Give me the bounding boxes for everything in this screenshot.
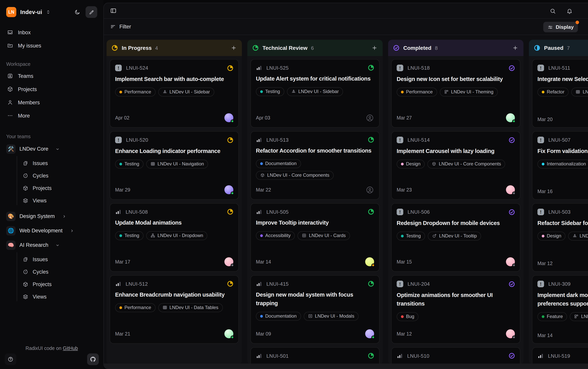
unassigned-avatar-icon	[366, 114, 374, 122]
github-link[interactable]: GitHub	[63, 346, 78, 351]
label-text: Bug	[406, 314, 414, 319]
add-issue-button[interactable]	[512, 45, 518, 51]
issue-card-footer: Mar 22	[256, 181, 374, 194]
project-tooltip-icon	[432, 234, 437, 238]
search-icon[interactable]	[549, 8, 556, 14]
notifications-bell-icon[interactable]	[566, 8, 573, 14]
team-subitem-issues[interactable]: Issues	[6, 253, 97, 266]
label-pill: Performance	[397, 88, 437, 97]
team-subitem-cycles[interactable]: Cycles	[6, 266, 97, 278]
team-subitem-views[interactable]: Views	[6, 290, 97, 303]
column-title: In Progress	[122, 45, 152, 51]
priority-bars-icon	[538, 353, 544, 359]
sidebar-item-members[interactable]: Members	[6, 96, 97, 109]
team-subitem-views[interactable]: Views	[6, 194, 97, 207]
label-dot	[401, 163, 404, 165]
label-dot	[401, 91, 404, 93]
label-dot	[542, 235, 544, 237]
filter-button[interactable]: Filter	[110, 24, 131, 30]
issue-date: Mar 20	[538, 117, 553, 122]
issue-card-footer: Apr 02	[115, 109, 233, 122]
issue-status-icon	[509, 137, 515, 143]
issue-card[interactable]: LNUI-508Update Modal animationsTestingLN…	[110, 203, 239, 272]
project-grid-icon	[302, 233, 307, 238]
issue-card[interactable]: !LNUI-518Design new Icon set for better …	[391, 59, 520, 128]
new-issue-button[interactable]	[86, 6, 97, 18]
team-subitem-issues[interactable]: Issues	[6, 157, 97, 169]
label-dot	[542, 315, 544, 318]
label-dot	[542, 163, 544, 165]
project-text: LNDev UI - Data Tables	[583, 89, 588, 95]
copy-icon	[23, 160, 28, 166]
team-subitem-projects[interactable]: Projects	[6, 278, 97, 290]
sidebar-item-inbox[interactable]: Inbox	[6, 26, 97, 39]
issue-card[interactable]: !LNUI-520Enhance Loading indicator perfo…	[110, 131, 239, 200]
column-count: 7	[567, 45, 570, 51]
issue-card[interactable]: !LNUI-309Implement dark mode preferences…	[532, 275, 588, 344]
display-button[interactable]: Display	[543, 22, 578, 32]
team-web-development[interactable]: 🌐Web Development	[6, 223, 97, 238]
priority-urgent-icon: !	[397, 137, 403, 143]
column-body: !LNUI-511Integrate new Select componentR…	[529, 56, 588, 364]
column-status-icon	[393, 45, 399, 51]
project-text: LNDev UI - Dropdown	[157, 233, 203, 238]
issue-tags: DesignLNDev UI - Core Components	[397, 160, 515, 169]
issue-card[interactable]: !LNUI-507Fix Form validation errorsInter…	[532, 131, 588, 200]
help-button[interactable]	[5, 353, 16, 365]
sidebar-item-label: Projects	[18, 86, 37, 92]
issue-card[interactable]: !LNUI-511Integrate new Select componentR…	[532, 59, 588, 128]
issue-card[interactable]: LNUI-525Update Alert system for critical…	[250, 59, 380, 128]
workspace-switcher-icon[interactable]	[46, 9, 51, 15]
label-pill: Performance	[115, 88, 155, 97]
issue-card[interactable]: LNUI-510Streamline Input component styli…	[391, 347, 520, 364]
issue-card[interactable]: !LNUI-514Implement Carousel with lazy lo…	[391, 131, 520, 200]
project-pill: LNDev UI - Data Tables	[571, 88, 588, 97]
column-body: !LNUI-518Design new Icon set for better …	[388, 56, 523, 364]
issue-card[interactable]: LNUI-519Fix Notification system reliabil…	[532, 347, 588, 364]
team-lndev-core[interactable]: 🛠️LNDev Core	[6, 142, 97, 156]
sidebar-item-teams[interactable]: Teams	[6, 69, 97, 82]
issue-card[interactable]: !LNUI-204Optimize animations for smoothe…	[391, 275, 520, 344]
issue-card[interactable]: !LNUI-506Redesign Dropdown for mobile de…	[391, 203, 520, 272]
team-children: IssuesCyclesProjectsViews	[6, 252, 97, 305]
priority-urgent-icon: !	[538, 137, 544, 143]
sidebar-item-label: Inbox	[18, 29, 31, 35]
issue-card[interactable]: !LNUI-524Implement Search bar with auto-…	[110, 59, 239, 128]
label-dot	[260, 315, 263, 318]
sidebar-item-my-issues[interactable]: My issues	[6, 39, 97, 52]
issue-card[interactable]: LNUI-512Enhance Breadcrumb navigation us…	[110, 275, 239, 344]
sidebar-item-more[interactable]: More	[6, 109, 97, 122]
horizontal-scrollbar[interactable]	[104, 364, 588, 369]
issue-date: Mar 12	[397, 331, 412, 337]
team-subitem-cycles[interactable]: Cycles	[6, 169, 97, 182]
sidebar-item-projects[interactable]: Projects	[6, 82, 97, 96]
column-status-icon	[534, 45, 540, 51]
priority-urgent-icon: !	[397, 65, 403, 71]
cycle-icon	[23, 173, 28, 178]
label-pill: Internationalization	[538, 160, 588, 169]
add-issue-button[interactable]	[231, 45, 237, 51]
issue-title: Enhance Loading indicator performance	[115, 147, 233, 156]
github-button[interactable]	[87, 353, 99, 365]
tree-guide-line	[17, 252, 17, 301]
issue-date: Mar 09	[256, 331, 271, 337]
team-subitem-projects[interactable]: Projects	[6, 182, 97, 194]
team-subitem-label: Issues	[33, 160, 48, 166]
issue-card[interactable]: LNUI-501Enhance responsiveness of Navbar	[250, 347, 380, 364]
assignee-avatar	[365, 329, 374, 338]
issue-card[interactable]: !LNUI-503Refactor Sidebar for better UXD…	[532, 203, 588, 272]
issue-card[interactable]: LNUI-513Refactor Accordion for smoother …	[250, 131, 380, 200]
team-design-system[interactable]: 🎨Design System	[6, 209, 97, 223]
issue-card-header: LNUI-508	[115, 209, 233, 215]
label-pill: Documentation	[256, 312, 301, 320]
issue-card[interactable]: LNUI-505Improve Tooltip interactivityAcc…	[250, 203, 380, 272]
priority-bars-icon	[115, 209, 121, 215]
team-emoji: 🛠️	[6, 144, 16, 154]
issue-card[interactable]: LNUI-415Design new modal system with foc…	[250, 275, 380, 344]
sidebar-item-label: More	[18, 113, 30, 119]
sidebar-toggle-icon[interactable]	[110, 7, 117, 14]
chevron-right-icon	[62, 214, 67, 219]
theme-toggle-moon-icon[interactable]	[74, 9, 80, 15]
add-issue-button[interactable]	[371, 45, 378, 51]
team-ai-research[interactable]: 🧠AI Research	[6, 238, 97, 252]
